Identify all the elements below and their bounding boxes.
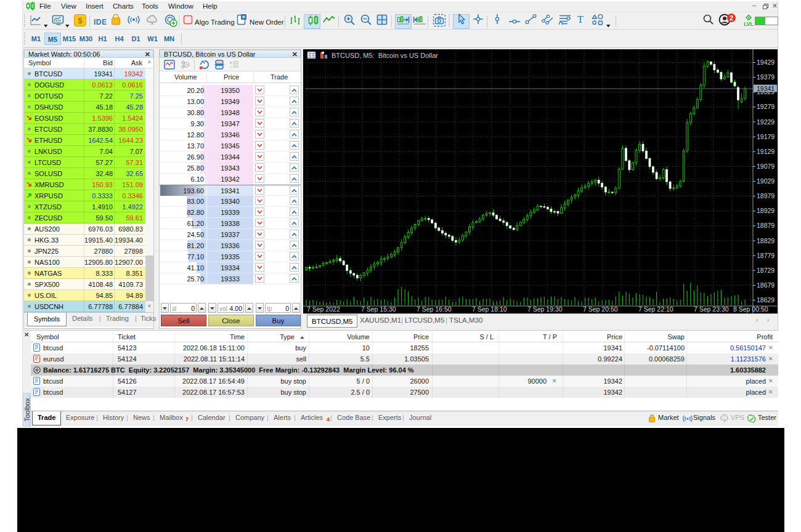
- svg-text:18879: 18879: [757, 222, 775, 229]
- svg-text:LVL: LVL: [744, 21, 753, 27]
- svg-text:19341: 19341: [757, 85, 775, 92]
- svg-text:8 Sep 00:50: 8 Sep 00:50: [733, 305, 768, 313]
- svg-text:18629: 18629: [757, 296, 775, 304]
- svg-text:7 Sep 20:50: 7 Sep 20:50: [583, 305, 618, 313]
- svg-text:19079: 19079: [757, 163, 775, 170]
- svg-text:19429: 19429: [757, 58, 775, 66]
- svg-text:$: $: [78, 16, 83, 25]
- svg-text:18729: 18729: [757, 267, 775, 274]
- svg-text:19379: 19379: [757, 73, 775, 81]
- svg-text:7 Sep 16:50: 7 Sep 16:50: [417, 305, 452, 313]
- svg-text:7 Sep 23:30: 7 Sep 23:30: [694, 305, 729, 313]
- svg-text:18979: 18979: [757, 192, 775, 200]
- svg-text:18679: 18679: [757, 281, 775, 289]
- svg-text:19279: 19279: [757, 103, 775, 110]
- svg-text:2: 2: [730, 14, 733, 22]
- svg-text:19229: 19229: [757, 118, 775, 126]
- svg-text:7 Sep 19:30: 7 Sep 19:30: [527, 305, 563, 313]
- svg-text:18929: 18929: [757, 207, 775, 214]
- svg-text:19129: 19129: [757, 148, 775, 155]
- svg-text:7 Sep 15:30: 7 Sep 15:30: [361, 305, 396, 313]
- svg-text:7 Sep 2022: 7 Sep 2022: [307, 305, 340, 313]
- svg-text:7 Sep 18:10: 7 Sep 18:10: [472, 305, 507, 313]
- svg-text:18829: 18829: [757, 237, 775, 244]
- svg-text:7 Sep 22:10: 7 Sep 22:10: [638, 305, 673, 313]
- svg-text:19179: 19179: [757, 133, 775, 140]
- svg-text:18779: 18779: [757, 252, 775, 259]
- svg-text:19029: 19029: [757, 177, 775, 185]
- svg-text:BTCUSD, M5: Bitcoin vs US Dol: BTCUSD, M5: Bitcoin vs US Dollar: [331, 52, 438, 59]
